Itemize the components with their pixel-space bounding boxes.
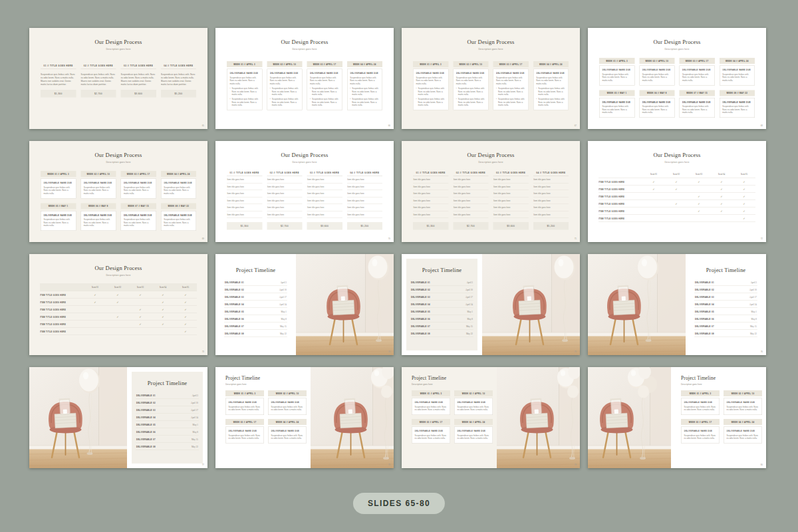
column-title: 02 // TITLE GOES HERE: [453, 172, 488, 176]
slide-77[interactable]: Project TimelineDELIVERABLE 01April 3DEL…: [29, 367, 207, 468]
bullet-text: Suspendisse quis finibus velit. Nunc eu …: [232, 98, 259, 107]
slide-80[interactable]: Project TimelineDescription goes hereWEE…: [588, 367, 766, 468]
slide-70[interactable]: Our Design ProcessDescription goes here0…: [215, 141, 394, 242]
slide-content: Project TimelineDescription goes hereWEE…: [402, 367, 580, 468]
deliverable-card-title: DELIVERABLE NAME DUE: [270, 72, 299, 74]
deliverable-card-text: Suspendisse quis finibus velit. Nunc eu …: [310, 76, 339, 86]
slide-75[interactable]: Project TimelineDELIVERABLE 01April 3DEL…: [402, 254, 580, 355]
slide-71[interactable]: Our Design ProcessDescription goes here0…: [402, 141, 580, 242]
slide-68[interactable]: Our Design ProcessDescription goes hereW…: [588, 28, 766, 129]
slide-content: Project TimelineDELIVERABLE 01April 3DEL…: [402, 254, 580, 355]
bullet-text: Suspendisse quis finibus velit. Nunc eu …: [538, 98, 565, 107]
deliverable-card: DELIVERABLE NAME DUESuspendisse quis fin…: [720, 66, 755, 86]
deliverable-date: April 3: [281, 281, 287, 284]
item-row: Item title goes here: [267, 190, 302, 198]
checkmark-icon: ✓: [174, 293, 197, 297]
deliverable-card-text: Suspendisse quis finibus velit. Nunc eu …: [124, 218, 153, 227]
item-row: Item title goes here: [347, 184, 382, 191]
timeline-list: DELIVERABLE 01April 3DELIVERABLE 02April…: [136, 392, 199, 450]
week-cards-grid: WEEK 01 // APRIL 3DELIVERABLE NAME DUESu…: [681, 390, 766, 444]
table-col-header: Item 04: [152, 283, 174, 291]
deliverable-card-text: Suspendisse quis finibus velit. Nunc eu …: [722, 105, 751, 114]
slide-69[interactable]: Our Design ProcessDescription goes hereW…: [29, 141, 207, 242]
table-row: ITEM TITLE GOES HERE✓✓✓: [598, 193, 755, 200]
deliverable-card-text: Suspendisse quis finibus velit. Nunc eu …: [229, 406, 261, 412]
deliverable-label: DELIVERABLE 03: [225, 296, 244, 298]
week-column: WEEK 01 // APRIL 3DELIVERABLE NAME DUESu…: [413, 61, 448, 110]
timeline-cards-panel: Project TimelineDescription goes hereWEE…: [671, 367, 766, 468]
bullet-item: •Suspendisse quis finibus velit. Nunc eu…: [536, 87, 565, 96]
page-number: 77: [202, 464, 204, 466]
room-photo-illustration: [482, 254, 580, 355]
bullet-list: •Suspendisse quis finibus velit. Nunc eu…: [496, 87, 525, 107]
pricing-column: 04 // TITLE GOES HERESuspendisse quis fi…: [161, 65, 196, 98]
item-row: Item title goes here: [413, 176, 448, 184]
table-row-label: ITEM TITLE GOES HERE: [40, 316, 84, 318]
deliverable-card-title: DELIVERABLE NAME DUE: [415, 430, 448, 432]
checkmark-icon: ✓: [688, 195, 710, 198]
deliverable-card-title: DELIVERABLE NAME DUE: [124, 182, 153, 184]
bullet-list: •Suspendisse quis finibus velit. Nunc eu…: [350, 87, 379, 107]
timeline-content: Project TimelineDELIVERABLE 01April 3DEL…: [127, 367, 207, 450]
week-column: WEEK 03 // APRIL 17DELIVERABLE NAME DUES…: [121, 171, 156, 198]
slide-76[interactable]: Project TimelineDELIVERABLE 01April 3DEL…: [588, 254, 766, 355]
bullet-text: Suspendisse quis finibus velit. Nunc eu …: [312, 98, 339, 107]
bullet-text: Suspendisse quis finibus velit. Nunc eu …: [312, 87, 339, 96]
deliverable-date: May 15: [466, 325, 473, 328]
timeline-row: DELIVERABLE 04April 24: [224, 301, 287, 308]
deliverable-card: DELIVERABLE NAME DUESuspendisse quis fin…: [680, 98, 715, 118]
item-row: Item title goes here: [307, 204, 342, 211]
deliverable-date: April 3: [751, 281, 757, 284]
slide-73[interactable]: Our Design ProcessDescription goes hereI…: [29, 254, 207, 355]
timeline-row: DELIVERABLE 08May 22: [224, 330, 287, 337]
table-row: ITEM TITLE GOES HERE✓: [40, 328, 197, 336]
checkmark-icon: ✓: [174, 323, 197, 326]
slide-72[interactable]: Our Design ProcessDescription goes hereI…: [588, 141, 766, 242]
slide-67[interactable]: Our Design ProcessDescription goes hereW…: [402, 28, 580, 129]
bullet-list: •Suspendisse quis finibus velit. Nunc eu…: [536, 87, 565, 107]
checkmark-icon: ✓: [710, 195, 733, 198]
slide-79[interactable]: Project TimelineDescription goes hereWEE…: [402, 367, 580, 468]
deliverable-label: DELIVERABLE 04: [411, 303, 430, 305]
timeline-row: DELIVERABLE 08May 22: [410, 330, 473, 337]
checkmark-icon: ✓: [642, 188, 665, 191]
column-description: Suspendisse quis finibus velit. Nunc eu …: [121, 72, 156, 86]
slide-content: Our Design ProcessDescription goes hereI…: [29, 254, 207, 355]
week-header-bar: WEEK 07 // MAY 15: [680, 90, 715, 96]
column-title: 04 // TITLE GOES HERE: [161, 65, 196, 69]
page-number: 73: [202, 351, 204, 353]
week-column: WEEK 08 // MAY 22DELIVERABLE NAME DUESus…: [161, 203, 196, 230]
deliverable-card-text: Suspendisse quis finibus velit. Nunc eu …: [271, 434, 304, 440]
week-header-bar: WEEK 01 // APRIL 3: [227, 61, 262, 67]
column-title: 03 // TITLE GOES HERE: [121, 65, 156, 69]
deliverable-card-title: DELIVERABLE NAME DUE: [727, 402, 759, 404]
table-header-row: Item 01Item 02Item 03Item 04Item 05: [598, 170, 755, 178]
week-header-bar: WEEK 01 // APRIL 3: [599, 58, 634, 64]
deliverable-date: May 22: [192, 446, 198, 448]
item-row: Item title goes here: [307, 211, 342, 219]
deliverable-card: DELIVERABLE NAME DUESuspendisse quis fin…: [225, 398, 264, 415]
room-photo-illustration: [497, 367, 580, 468]
item-row: Item title goes here: [413, 204, 448, 211]
slide-74[interactable]: Project TimelineDELIVERABLE 01April 3DEL…: [215, 254, 394, 355]
slide-subtitle: Description goes here: [402, 161, 580, 164]
checkmark-icon: ✓: [688, 202, 710, 205]
week-column: WEEK 03 // APRIL 17DELIVERABLE NAME DUES…: [680, 58, 715, 85]
deliverable-card: DELIVERABLE NAME DUESuspendisse quis fin…: [268, 426, 307, 443]
bullet-text: Suspendisse quis finibus velit. Nunc eu …: [272, 87, 299, 96]
slide-content: Our Design ProcessDescription goes hereW…: [215, 28, 394, 129]
slide-65[interactable]: Our Design ProcessDescription goes here0…: [29, 28, 207, 129]
deliverable-card-text: Suspendisse quis finibus velit. Nunc eu …: [682, 73, 712, 82]
slide-66[interactable]: Our Design ProcessDescription goes hereW…: [215, 28, 394, 129]
deliverable-label: DELIVERABLE 06: [411, 318, 430, 320]
timeline-row: DELIVERABLE 07May 15: [410, 323, 473, 330]
slide-78[interactable]: Project TimelineDescription goes hereWEE…: [215, 367, 394, 468]
item-row: Item title goes here: [453, 198, 488, 205]
item-row: Item title goes here: [453, 176, 488, 184]
slide-header: Our Design ProcessDescription goes here: [215, 141, 394, 163]
page-number: 66: [388, 125, 390, 127]
item-row: Item title goes here: [267, 204, 302, 211]
item-row: Item title goes here: [267, 176, 302, 184]
item-row: Item title goes here: [347, 190, 382, 198]
checkmark-icon: ✓: [84, 301, 106, 304]
